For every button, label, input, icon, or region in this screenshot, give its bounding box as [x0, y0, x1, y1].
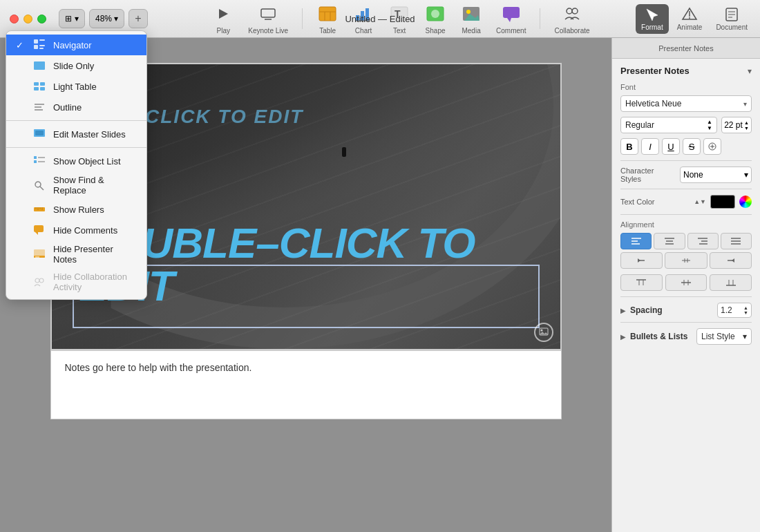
view-button[interactable]: ⊞ ▾ [59, 9, 85, 28]
svg-rect-36 [40, 82, 45, 86]
menu-item-edit-master[interactable]: Edit Master Slides [6, 124, 146, 144]
spacing-input[interactable]: 1.2 ▲ ▼ [717, 303, 752, 318]
keynote-live-label: Keynote Live [248, 27, 288, 35]
align-right-button[interactable] [687, 233, 719, 249]
alignment-buttons [620, 233, 752, 249]
spacing-spinner-icon: ▲ ▼ [743, 305, 748, 315]
format-button[interactable]: Format [636, 4, 669, 34]
svg-point-14 [431, 10, 439, 18]
add-button[interactable]: + [129, 9, 148, 28]
align-justify-button[interactable] [721, 233, 752, 249]
comment-button[interactable]: Comment [496, 3, 526, 35]
play-label: Play [217, 27, 230, 35]
panel-divider-3 [620, 214, 752, 215]
columns-button[interactable] [665, 252, 707, 269]
color-wheel-icon[interactable] [739, 196, 752, 208]
menu-item-outline[interactable]: Outline [6, 97, 146, 117]
underline-button[interactable]: U [662, 138, 680, 155]
svg-rect-29 [34, 39, 38, 44]
align-center-button[interactable] [654, 233, 685, 249]
svg-rect-33 [39, 48, 44, 49]
menu-navigator-label: Navigator [53, 40, 92, 50]
document-button[interactable]: Document [710, 4, 753, 34]
text-color-row: Text Color ▲▼ [620, 195, 752, 209]
strikethrough-button[interactable]: S [683, 138, 701, 155]
vertical-align-buttons [620, 252, 752, 269]
comment-label: Comment [496, 27, 526, 35]
align-bottom-button[interactable] [710, 274, 752, 291]
rulers-icon [32, 202, 46, 216]
find-replace-icon [32, 178, 46, 192]
presenter-notes-area[interactable]: Notes go here to help with the presentat… [50, 350, 562, 419]
indent-decrease-button[interactable] [620, 252, 663, 269]
media-button[interactable]: Media [460, 3, 482, 35]
maximize-button[interactable] [37, 15, 46, 23]
svg-point-16 [466, 10, 471, 14]
font-family-row: Helvetica Neue ▾ [620, 95, 752, 112]
play-icon [212, 3, 234, 25]
font-style-value: Regular [625, 120, 654, 130]
media-label: Media [462, 27, 480, 35]
font-style-up-icon: ▲ [707, 120, 712, 125]
char-styles-label: Character Styles [620, 167, 676, 183]
play-button[interactable]: Play [212, 3, 234, 35]
keynote-live-icon [257, 3, 279, 25]
text-color-swatch[interactable] [710, 195, 735, 209]
collaborate-label: Collaborate [554, 27, 589, 35]
spacing-header[interactable]: ▶ Spacing 1.2 ▲ ▼ [620, 303, 752, 318]
text-options-button[interactable] [703, 138, 721, 155]
checkmark-icon: ✓ [16, 40, 26, 50]
navigator-icon [32, 38, 46, 52]
minimize-button[interactable] [23, 15, 32, 23]
svg-rect-3 [319, 7, 336, 21]
char-styles-select[interactable]: None ▾ [680, 167, 752, 183]
media-resize-handle[interactable] [534, 323, 553, 342]
font-style-select[interactable]: Regular ▲ ▼ [620, 117, 717, 133]
italic-button[interactable]: I [641, 138, 659, 155]
menu-item-hide-comments[interactable]: Hide Comments [6, 220, 146, 240]
zoom-button[interactable]: 48% ▾ [89, 9, 124, 28]
toolbar-right: Format Animate Document [636, 4, 760, 34]
zoom-value: 48% [95, 14, 112, 23]
collaborate-button[interactable]: Collaborate [554, 3, 589, 35]
svg-marker-81 [638, 258, 640, 263]
text-color-up-icon: ▲▼ [694, 198, 706, 205]
menu-item-show-find-replace[interactable]: Show Find & Replace [6, 171, 146, 199]
menu-item-hide-presenter-notes[interactable]: Hide Presenter Notes [6, 240, 146, 268]
menu-item-navigator[interactable]: ✓ Navigator [6, 35, 146, 55]
font-family-select[interactable]: Helvetica Neue ▾ [620, 95, 752, 112]
font-size-input[interactable]: 22 pt ▲ ▼ [721, 117, 752, 133]
animate-button[interactable]: Animate [672, 4, 708, 34]
keynote-live-button[interactable]: Keynote Live [248, 3, 288, 35]
panel-chevron-icon[interactable]: ▾ [748, 66, 752, 76]
bullets-lists-header[interactable]: ▶ Bullets & Lists List Style ▾ [620, 328, 752, 345]
bullets-style-select[interactable]: List Style ▾ [696, 328, 752, 345]
align-top-button[interactable] [620, 274, 663, 291]
svg-marker-64 [540, 332, 548, 334]
panel-divider-1 [620, 160, 752, 161]
spacing-title: Spacing [630, 305, 663, 315]
font-size-value: 22 pt [724, 120, 743, 130]
slide-only-icon [32, 59, 46, 73]
menu-item-light-table[interactable]: Light Table [6, 76, 146, 97]
menu-item-show-rulers[interactable]: Show Rulers [6, 199, 146, 220]
shape-button[interactable]: Shape [424, 3, 446, 35]
spacing-value: 1.2 ▲ ▼ [717, 303, 752, 318]
outline-icon [32, 100, 46, 114]
menu-objectlist-label: Show Object List [53, 156, 121, 167]
view-dropdown-menu: ✓ Navigator Slide Only [6, 30, 147, 300]
table-button[interactable]: Table [316, 3, 339, 35]
character-styles-row: Character Styles None ▾ [620, 167, 752, 183]
bold-button[interactable]: B [620, 138, 638, 155]
align-middle-button[interactable] [665, 274, 707, 291]
menu-item-slide-only[interactable]: Slide Only [6, 55, 146, 76]
indent-increase-button[interactable] [710, 252, 752, 269]
svg-rect-32 [39, 45, 45, 46]
svg-marker-0 [219, 9, 228, 19]
panel-section-title: Presenter Notes [620, 66, 690, 76]
svg-rect-45 [34, 160, 37, 163]
align-left-button[interactable] [620, 233, 652, 249]
menu-item-show-object-list[interactable]: Show Object List [6, 151, 146, 171]
format-label: Format [641, 23, 663, 31]
close-button[interactable] [10, 15, 19, 23]
